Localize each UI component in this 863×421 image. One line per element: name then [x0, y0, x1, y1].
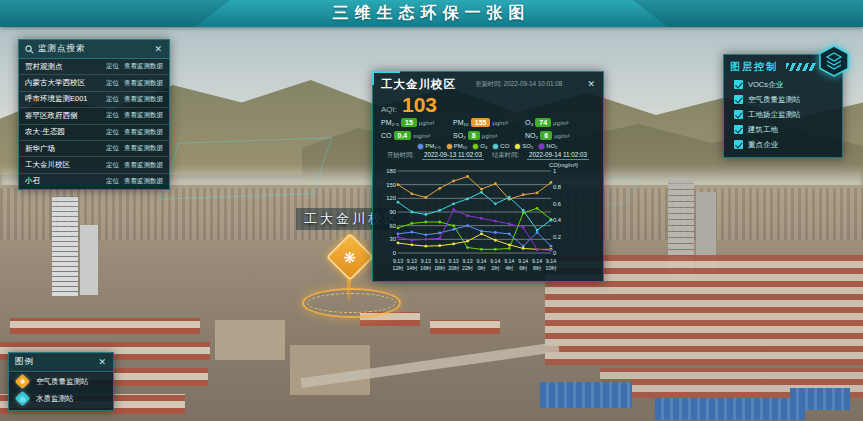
svg-text:0: 0 [553, 250, 556, 256]
legend-dot [493, 144, 498, 149]
end-time-input[interactable]: 2022-09-14 11:02:03 [527, 151, 589, 160]
legend-item: ◎ 水质监测站 [9, 389, 113, 406]
station-locate-link[interactable]: 定位 [106, 177, 119, 186]
station-locate-link[interactable]: 定位 [106, 161, 119, 170]
close-icon[interactable]: ✕ [98, 358, 107, 367]
svg-text:1: 1 [553, 168, 556, 174]
svg-text:9.14: 9.14 [476, 258, 486, 264]
legend-entry[interactable]: NO₂ [539, 143, 557, 149]
checkbox-checked-icon[interactable] [734, 140, 743, 149]
marker-glyph: ◎ [19, 395, 25, 402]
end-time-label: 结束时间: [492, 151, 519, 160]
svg-text:60: 60 [390, 223, 396, 229]
pollutant-value-badge: 15 [401, 118, 417, 127]
pollutant-cell: CO 0.4 mg/m³ [381, 131, 451, 140]
app-header: 三维生态环保一张图 [0, 0, 863, 27]
pollutant-cell: PM₂.₅ 15 μg/m³ [381, 118, 451, 127]
station-list-item[interactable]: 呼市环境监测E001 定位 查看监测数据 [19, 91, 169, 107]
layer-label: VOCs企业 [748, 80, 783, 90]
legend-label: SO₂ [522, 143, 533, 149]
checkbox-checked-icon[interactable] [734, 125, 743, 134]
station-list-item[interactable]: 赛罕区政府西侧 定位 查看监测数据 [19, 107, 169, 123]
checkbox-checked-icon[interactable] [734, 110, 743, 119]
station-name: 赛罕区政府西侧 [25, 111, 106, 121]
svg-text:8时: 8时 [533, 265, 542, 271]
station-list-item[interactable]: 农大·生态园 定位 查看监测数据 [19, 124, 169, 140]
legend-dot [473, 144, 478, 149]
svg-text:18时: 18时 [434, 265, 446, 271]
station-data-link[interactable]: 查看监测数据 [124, 161, 163, 170]
apartment-rows [430, 320, 500, 334]
station-name: 新华广场 [25, 144, 106, 154]
update-time-value: 2022-09-14 10:01:08 [504, 80, 562, 87]
station-data-link[interactable]: 查看监测数据 [124, 177, 163, 186]
legend-panel-title: 图例 [15, 356, 34, 368]
station-list-item[interactable]: 工大金川校区 定位 查看监测数据 [19, 156, 169, 172]
update-time-label: 更新时间: [475, 80, 502, 87]
station-locate-link[interactable]: 定位 [106, 62, 119, 71]
station-name: 工大金川校区 [25, 160, 106, 170]
station-list-item[interactable]: 内蒙古大学西校区 定位 查看监测数据 [19, 74, 169, 90]
legend-entry[interactable]: PM₁₀ [447, 143, 468, 149]
layer-rows: VOCs企业 空气质量监测站 工地扬尘监测站 建筑工地 重点企业 [724, 77, 842, 152]
station-list-item[interactable]: 小召 定位 查看监测数据 [19, 173, 169, 189]
station-data-link[interactable]: 查看监测数据 [124, 62, 163, 71]
legend-entry[interactable]: O₃ [473, 143, 487, 149]
svg-text:12时: 12时 [393, 265, 405, 271]
legend-item-label: 空气质量监测站 [36, 377, 89, 387]
station-data-link[interactable]: 查看监测数据 [124, 111, 163, 120]
station-list-item[interactable]: 贾村观测点 定位 查看监测数据 [19, 59, 169, 74]
marker-diamond-icon: ❋ [15, 374, 31, 390]
station-locate-link[interactable]: 定位 [106, 95, 119, 104]
station-data-link[interactable]: 查看监测数据 [124, 128, 163, 137]
svg-text:30: 30 [390, 236, 396, 242]
legend-dot [418, 144, 423, 149]
layer-toggle-row[interactable]: 空气质量监测站 [724, 92, 842, 107]
station-list-item[interactable]: 新华广场 定位 查看监测数据 [19, 140, 169, 156]
svg-text:9.13: 9.13 [421, 258, 431, 264]
svg-text:10时: 10时 [546, 265, 558, 271]
apartment-rows [10, 318, 200, 334]
popup-title: 工大金川校区 [381, 77, 456, 92]
start-time-input[interactable]: 2022-09-13 11:02:03 [422, 151, 484, 160]
layers-hex-button[interactable] [817, 44, 851, 78]
checkbox-checked-icon[interactable] [734, 95, 743, 104]
layer-label: 建筑工地 [748, 125, 778, 135]
pollutant-grid: PM₂.₅ 15 μg/m³ PM₁₀ 155 μg/m³ O₃ 74 μg/m… [381, 118, 595, 140]
station-data-link[interactable]: 查看监测数据 [124, 95, 163, 104]
station-locate-link[interactable]: 定位 [106, 128, 119, 137]
chart-legend: PM₂.₅ PM₁₀ O₃ CO SO₂ NO₂ [381, 143, 595, 149]
layer-toggle-row[interactable]: 建筑工地 [724, 122, 842, 137]
svg-text:9.13: 9.13 [449, 258, 459, 264]
svg-text:16时: 16时 [420, 265, 432, 271]
pollutant-name: SO₂ [453, 132, 466, 139]
legend-dot [539, 144, 544, 149]
start-time-label: 开始时间: [387, 151, 414, 160]
layer-toggle-row[interactable]: 工地扬尘监测站 [724, 107, 842, 122]
close-icon[interactable]: ✕ [587, 80, 595, 89]
legend-entry[interactable]: PM₂.₅ [418, 143, 440, 149]
station-locate-link[interactable]: 定位 [106, 111, 119, 120]
layer-label: 工地扬尘监测站 [748, 110, 801, 120]
pollutant-cell: PM₁₀ 155 μg/m³ [453, 118, 523, 127]
marker-ground-ring [302, 288, 401, 318]
pollutant-unit: μg/m³ [492, 120, 507, 126]
station-data-link[interactable]: 查看监测数据 [124, 79, 163, 88]
close-icon[interactable]: ✕ [154, 45, 163, 54]
station-data-link[interactable]: 查看监测数据 [124, 144, 163, 153]
svg-text:9.13: 9.13 [407, 258, 417, 264]
layer-panel-title: 图层控制 [730, 60, 778, 74]
svg-text:90: 90 [390, 209, 396, 215]
layer-toggle-row[interactable]: VOCs企业 [724, 77, 842, 92]
legend-entry[interactable]: CO [493, 143, 509, 149]
layer-toggle-row[interactable]: 重点企业 [724, 137, 842, 152]
svg-text:9.13: 9.13 [462, 258, 472, 264]
pollutant-value-badge: 6 [540, 131, 552, 140]
building [52, 196, 78, 296]
station-locate-link[interactable]: 定位 [106, 144, 119, 153]
station-name: 贾村观测点 [25, 62, 106, 72]
station-locate-link[interactable]: 定位 [106, 79, 119, 88]
legend-entry[interactable]: SO₂ [515, 143, 533, 149]
checkbox-checked-icon[interactable] [734, 80, 743, 89]
pollutant-name: O₃ [525, 119, 533, 126]
